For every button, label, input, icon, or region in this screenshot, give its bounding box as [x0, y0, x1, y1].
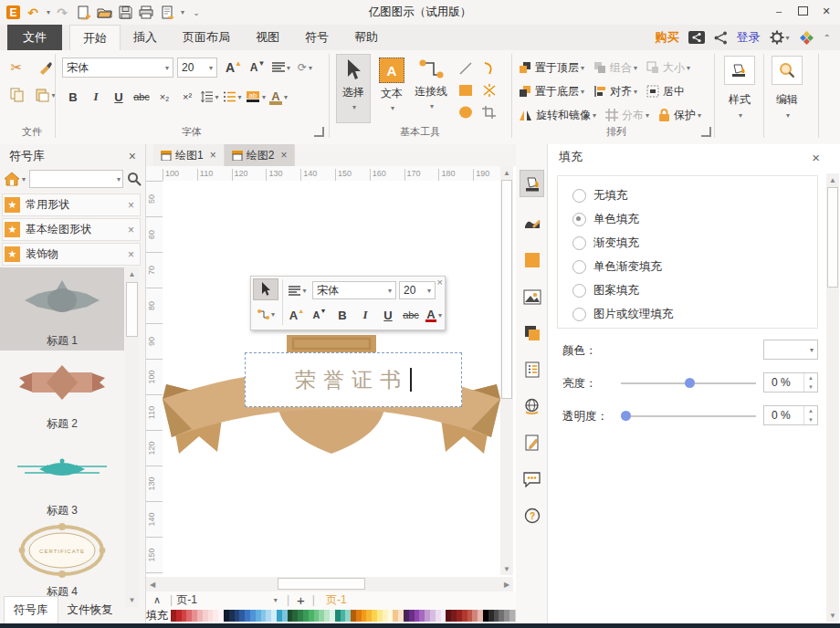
scrollbar-thumb[interactable]	[278, 578, 365, 590]
mini-bold-button[interactable]: B	[331, 304, 353, 326]
superscript-button[interactable]: ×²	[176, 87, 198, 107]
fill-tool-icon[interactable]	[520, 170, 544, 197]
shrink-font-button[interactable]: A▼	[247, 58, 268, 78]
scroll-up-icon[interactable]: ▲	[826, 173, 839, 186]
customize-toolbar-icon[interactable]: ⌄	[187, 4, 205, 22]
section-basic-drawing-shapes[interactable]: ★ 基本绘图形状 ×	[2, 218, 141, 241]
collapse-ribbon-icon[interactable]: ⌃	[824, 33, 831, 43]
font-dialog-launcher-icon[interactable]	[314, 127, 324, 137]
align-text-button[interactable]: ▾	[270, 58, 292, 78]
rectangle-tool-icon[interactable]	[458, 84, 473, 97]
close-window-button[interactable]: ✕	[814, 1, 838, 21]
bottom-tab-symbols[interactable]: 符号库	[4, 596, 58, 624]
export-button[interactable]	[158, 4, 176, 22]
brightness-spinner[interactable]: 0 % ▲▼	[763, 372, 818, 392]
transparency-slider-thumb[interactable]	[621, 411, 631, 421]
comment-icon[interactable]	[520, 466, 544, 493]
protect-button[interactable]: 保护▾	[658, 105, 701, 125]
mini-shrink-font-button[interactable]: A▼	[309, 304, 331, 326]
underline-button[interactable]: U	[108, 87, 130, 107]
fill-option[interactable]: 单色填充	[572, 207, 817, 231]
tab-view[interactable]: 视图	[243, 25, 292, 50]
page-tab-active[interactable]: 页-1	[326, 592, 347, 608]
search-dropdown-icon[interactable]: ▾	[117, 175, 121, 183]
minimize-button[interactable]: –	[767, 1, 791, 21]
transparency-spinner[interactable]: 0 % ▲▼	[763, 405, 818, 425]
connector-tool-button[interactable]: 连接线 ▾	[411, 54, 451, 123]
arc-tool-icon[interactable]	[482, 61, 495, 76]
scroll-right-icon[interactable]: ▶	[500, 577, 513, 591]
font-color-button[interactable]: A▾	[268, 87, 289, 107]
tab-insert[interactable]: 插入	[121, 25, 170, 50]
scroll-down-icon[interactable]: ▼	[125, 593, 139, 607]
symbol-search-input[interactable]	[29, 170, 123, 188]
scrollbar-thumb[interactable]	[501, 180, 512, 399]
highlight-color-button[interactable]: ab▾	[245, 87, 267, 107]
send-to-back-button[interactable]: 置于底层▾	[519, 81, 584, 101]
bring-to-front-button[interactable]: 置于顶层▾	[519, 58, 584, 78]
spin-down-icon[interactable]: ▼	[804, 382, 817, 392]
line-tool-icon[interactable]	[458, 61, 473, 76]
bottom-tab-file-recovery[interactable]: 文件恢复	[58, 596, 122, 623]
share-icon[interactable]	[714, 31, 728, 45]
mini-font-size-select[interactable]: 20▾	[399, 281, 436, 299]
mini-font-family-select[interactable]: 宋体▾	[312, 281, 396, 299]
section-common-shapes[interactable]: ★ 常用形状 ×	[2, 194, 141, 216]
spin-up-icon[interactable]: ▲	[804, 406, 817, 415]
open-file-button[interactable]	[95, 4, 113, 22]
maximize-button[interactable]	[791, 1, 814, 21]
fill-panel-scrollbar[interactable]: ▲ ▼	[826, 173, 839, 622]
shape-text[interactable]: 荣誉证书	[295, 366, 408, 394]
help-icon[interactable]: ?	[520, 502, 544, 529]
subscript-button[interactable]: ×₂	[153, 87, 175, 107]
page-select-dropdown-icon[interactable]: ▾	[274, 596, 278, 604]
style-button[interactable]: 样式 ▾	[721, 54, 758, 123]
canvas-v-scrollbar[interactable]: ▲ ▼	[500, 166, 513, 575]
fill-option[interactable]: 图案填充	[572, 278, 817, 302]
bold-button[interactable]: B	[62, 87, 84, 107]
mini-italic-button[interactable]: I	[354, 304, 376, 326]
shape-text-box[interactable]: 荣誉证书	[245, 352, 462, 407]
arrange-dialog-launcher-icon[interactable]	[701, 127, 711, 137]
line-style-icon[interactable]	[520, 210, 544, 237]
tab-close-icon[interactable]: ×	[210, 149, 216, 162]
search-icon[interactable]	[127, 172, 142, 186]
canvas-h-scrollbar[interactable]: ◀ ▶	[146, 577, 513, 591]
size-button[interactable]: 大小▾	[646, 58, 690, 78]
fill-option[interactable]: 图片或纹理填充	[572, 302, 817, 326]
section-close-icon[interactable]: ×	[128, 248, 134, 261]
new-file-button[interactable]	[74, 4, 92, 22]
collapse-pages-icon[interactable]: ∧	[153, 594, 161, 606]
library-home-button[interactable]: ▾	[4, 172, 26, 186]
scroll-down-icon[interactable]: ▼	[500, 562, 513, 575]
settings-gear-icon[interactable]: ▾	[770, 30, 790, 45]
doc-tab-drawing1[interactable]: 绘图1×	[153, 144, 225, 166]
undo-dropdown-icon[interactable]: ▾	[47, 8, 50, 16]
symbol-item-title4[interactable]: CERTIFICATE 标题 4	[0, 517, 124, 600]
shadow-icon[interactable]	[520, 319, 544, 347]
font-size-select[interactable]: 20▾	[177, 58, 217, 78]
text-tool-button[interactable]: A 文本 ▾	[374, 54, 409, 123]
spin-down-icon[interactable]: ▼	[804, 415, 817, 424]
brightness-slider-thumb[interactable]	[685, 378, 695, 388]
mini-font-color-button[interactable]: A ▾	[423, 304, 445, 326]
login-button[interactable]: 登录	[737, 29, 761, 46]
fill-panel-close-icon[interactable]: ×	[812, 150, 820, 165]
select-tool-button[interactable]: 选择 ▾	[336, 54, 371, 123]
section-decorations[interactable]: ★ 装饰物 ×	[2, 243, 141, 266]
section-close-icon[interactable]: ×	[128, 224, 134, 236]
drawing-page[interactable]: 荣誉证书 ▾ ▾	[163, 181, 500, 575]
mini-toolbar-close-icon[interactable]: ×	[437, 277, 443, 288]
tab-file[interactable]: 文件	[7, 25, 62, 50]
scroll-down-icon[interactable]: ▼	[826, 609, 839, 622]
mini-underline-button[interactable]: U	[377, 304, 399, 326]
ellipse-tool-icon[interactable]	[458, 106, 473, 119]
grow-font-button[interactable]: A▲	[223, 58, 245, 78]
scroll-up-icon[interactable]: ▲	[125, 267, 139, 281]
export-dropdown-icon[interactable]: ▾	[181, 8, 184, 16]
page-select[interactable]: 页-1	[176, 592, 197, 608]
save-button[interactable]	[116, 4, 134, 22]
delete-tool-icon[interactable]	[482, 84, 497, 97]
insert-picture-icon[interactable]	[520, 283, 544, 310]
mini-connector-button[interactable]: ▾	[253, 303, 278, 325]
